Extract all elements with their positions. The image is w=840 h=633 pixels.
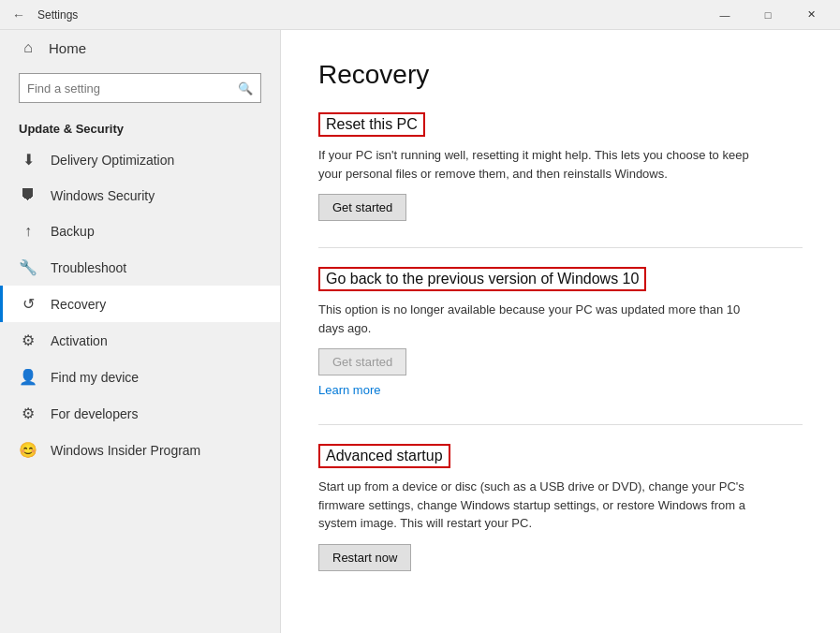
windows-insider-label: Windows Insider Program — [51, 443, 200, 458]
find-my-device-label: Find my device — [51, 370, 139, 385]
troubleshoot-icon: 🔧 — [19, 258, 37, 276]
sidebar-item-home[interactable]: ⌂ Home — [0, 30, 280, 66]
go-back-description: This option is no longer available becau… — [318, 301, 768, 337]
recovery-label: Recovery — [51, 297, 106, 312]
sidebar-item-windows-insider[interactable]: 😊 Windows Insider Program — [0, 432, 280, 468]
for-developers-label: For developers — [51, 406, 138, 421]
delivery-optimization-icon: ⬇ — [19, 151, 37, 169]
divider-1 — [318, 247, 803, 248]
activation-icon: ⚙ — [19, 331, 37, 349]
learn-more-link[interactable]: Learn more — [318, 383, 380, 397]
title-bar-left: ← Settings — [7, 4, 78, 26]
advanced-startup-description: Start up from a device or disc (such as … — [318, 478, 768, 533]
main-content: ⌂ Home 🔍 Update & Security ⬇ Delivery Op… — [0, 30, 840, 633]
sidebar-item-troubleshoot[interactable]: 🔧 Troubleshoot — [0, 249, 280, 286]
restart-now-button[interactable]: Restart now — [318, 544, 411, 571]
go-back-section: Go back to the previous version of Windo… — [318, 267, 803, 398]
sidebar-item-for-developers[interactable]: ⚙ For developers — [0, 395, 280, 432]
go-back-heading: Go back to the previous version of Windo… — [318, 267, 646, 291]
reset-pc-section: Reset this PC If your PC isn't running w… — [318, 112, 803, 221]
activation-label: Activation — [51, 333, 108, 348]
sidebar-item-delivery-optimization[interactable]: ⬇ Delivery Optimization — [0, 141, 280, 178]
page-title: Recovery — [318, 60, 803, 90]
title-bar-title: Settings — [37, 8, 78, 22]
reset-pc-description: If your PC isn't running well, resetting… — [318, 146, 768, 183]
delivery-optimization-label: Delivery Optimization — [51, 153, 174, 168]
sidebar-item-recovery[interactable]: ↺ Recovery — [0, 286, 280, 322]
sidebar-item-backup[interactable]: ↑ Backup — [0, 213, 280, 249]
windows-security-icon: ⛊ — [19, 187, 37, 204]
advanced-startup-heading: Advanced startup — [318, 444, 450, 468]
advanced-startup-section: Advanced startup Start up from a device … — [318, 444, 803, 571]
sidebar-item-find-my-device[interactable]: 👤 Find my device — [0, 359, 280, 395]
content-area: Recovery Reset this PC If your PC isn't … — [281, 30, 840, 633]
search-box: 🔍 — [19, 73, 261, 103]
sidebar-item-activation[interactable]: ⚙ Activation — [0, 322, 280, 359]
windows-insider-icon: 😊 — [19, 441, 37, 459]
reset-pc-heading: Reset this PC — [318, 112, 425, 137]
home-icon: ⌂ — [19, 39, 37, 56]
windows-security-label: Windows Security — [51, 188, 155, 203]
sidebar: ⌂ Home 🔍 Update & Security ⬇ Delivery Op… — [0, 30, 281, 633]
sidebar-section-label: Update & Security — [0, 114, 280, 141]
divider-2 — [318, 424, 803, 425]
back-button[interactable]: ← — [7, 4, 30, 26]
recovery-icon: ↺ — [19, 295, 37, 313]
search-icon: 🔍 — [238, 81, 253, 96]
backup-label: Backup — [51, 224, 95, 239]
title-bar: ← Settings — □ ✕ — [0, 0, 840, 30]
find-my-device-icon: 👤 — [19, 368, 37, 386]
close-button[interactable]: ✕ — [789, 0, 833, 30]
troubleshoot-label: Troubleshoot — [51, 260, 126, 275]
go-back-get-started-button[interactable]: Get started — [318, 348, 406, 375]
maximize-button[interactable]: □ — [746, 0, 789, 30]
search-input[interactable] — [27, 81, 238, 96]
minimize-button[interactable]: — — [703, 0, 746, 30]
backup-icon: ↑ — [19, 223, 37, 240]
home-label: Home — [49, 40, 86, 56]
sidebar-item-windows-security[interactable]: ⛊ Windows Security — [0, 178, 280, 213]
for-developers-icon: ⚙ — [19, 405, 37, 422]
reset-pc-get-started-button[interactable]: Get started — [318, 194, 406, 221]
title-bar-controls: — □ ✕ — [703, 0, 833, 30]
